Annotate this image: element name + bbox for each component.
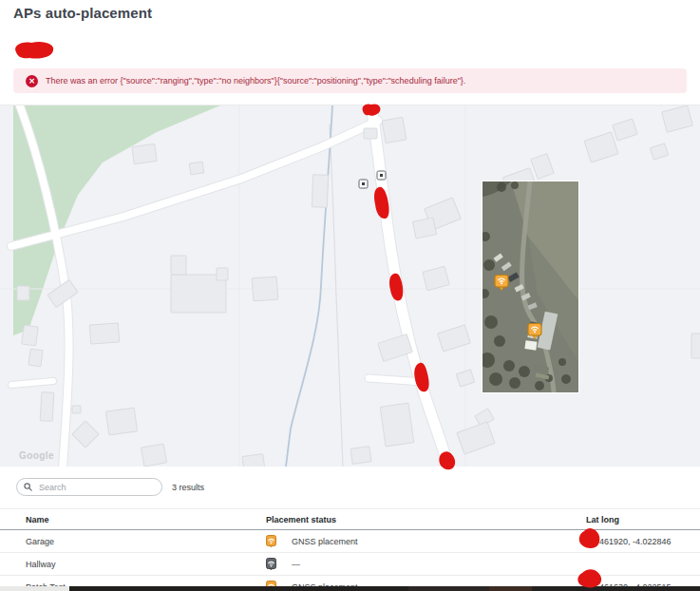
building-footprint bbox=[22, 325, 39, 346]
bottom-bar-segment bbox=[408, 586, 489, 591]
ap-table: Name Placement status Lat long Garage GN… bbox=[0, 508, 700, 591]
table-body: Garage GNSS placement461920, -4.022846Ha… bbox=[0, 530, 700, 591]
building-footprint bbox=[189, 162, 204, 175]
lat-long-value bbox=[586, 553, 700, 576]
unplaced-ap-marker[interactable] bbox=[377, 171, 386, 180]
search-box[interactable] bbox=[16, 478, 162, 496]
building-footprint bbox=[350, 447, 371, 465]
placement-status: GNSS placement bbox=[292, 537, 358, 546]
building-footprint bbox=[171, 256, 186, 275]
placement-status: — bbox=[292, 560, 300, 569]
wifi-badge-orange bbox=[266, 535, 276, 547]
results-count: 3 results bbox=[172, 483, 204, 492]
table-row[interactable]: Hallway — bbox=[0, 553, 700, 576]
table-header-row: Name Placement status Lat long bbox=[0, 509, 700, 530]
building-footprint bbox=[105, 408, 137, 435]
wifi-badge-gray bbox=[266, 558, 276, 570]
satellite-inset bbox=[482, 181, 578, 392]
building-footprint bbox=[132, 143, 157, 163]
building-footprint bbox=[364, 128, 377, 139]
building-footprint bbox=[72, 406, 81, 413]
bottom-bar-segment bbox=[532, 586, 700, 591]
building-footprint bbox=[17, 286, 29, 300]
unplaced-ap-marker[interactable] bbox=[359, 180, 368, 188]
lat-long-value: 461920, -4.022846 bbox=[586, 530, 700, 553]
inset-canvas bbox=[482, 181, 578, 392]
error-circle-icon: ✕ bbox=[26, 75, 38, 87]
map-canvas bbox=[0, 105, 700, 467]
building-footprint bbox=[382, 117, 407, 143]
search-icon bbox=[24, 483, 32, 491]
ap-name: Hallway bbox=[0, 553, 240, 576]
building-footprint bbox=[40, 392, 54, 422]
aps-auto-placement-page: APs auto-placement ✕ There was an error … bbox=[0, 0, 700, 591]
error-message: There was an error {"source":"ranging","… bbox=[46, 76, 465, 86]
building-footprint bbox=[691, 334, 700, 358]
column-header-placement-status: Placement status bbox=[240, 509, 586, 530]
building-footprint bbox=[217, 268, 228, 280]
building-footprint bbox=[312, 175, 328, 208]
building-footprint bbox=[141, 444, 166, 467]
table-row[interactable]: Garage GNSS placement461920, -4.022846 bbox=[0, 530, 700, 553]
bottom-bar-segment bbox=[489, 586, 532, 591]
google-maps-attribution: Google bbox=[19, 450, 54, 461]
placement-map[interactable]: Google bbox=[0, 105, 700, 467]
column-header-name: Name bbox=[0, 509, 240, 530]
page-title: APs auto-placement bbox=[13, 5, 152, 21]
error-banner: ✕ There was an error {"source":"ranging"… bbox=[13, 68, 687, 93]
building-footprint bbox=[28, 349, 43, 367]
building-footprint bbox=[412, 218, 436, 238]
building-footprint bbox=[252, 276, 278, 301]
bottom-bar-segment bbox=[69, 586, 408, 591]
road bbox=[11, 381, 53, 385]
column-header-lat-long: Lat long bbox=[586, 509, 700, 530]
building-footprint bbox=[380, 403, 414, 447]
bottom-bar-segment bbox=[0, 586, 69, 591]
bottom-edge-bar bbox=[0, 586, 700, 591]
redaction-scribble bbox=[15, 42, 53, 59]
building-footprint bbox=[89, 323, 119, 344]
ap-name: Garage bbox=[0, 530, 240, 553]
search-input[interactable] bbox=[37, 482, 153, 493]
